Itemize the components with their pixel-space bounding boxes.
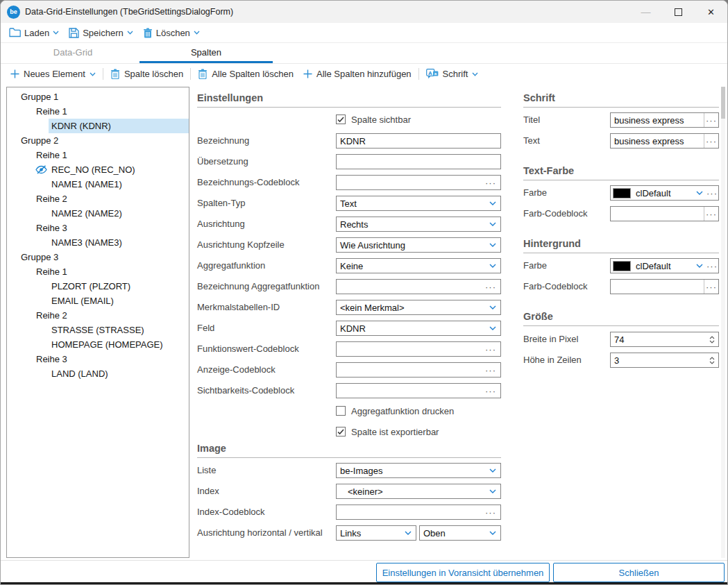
farb-codeblock-input[interactable]: ··· [610,206,719,221]
chevron-down-icon [485,217,500,231]
breite-in-pixel-spinner[interactable]: 74 [610,332,719,347]
ellipsis-button[interactable]: ··· [485,344,500,355]
anzeige-codeblock-input[interactable]: ··· [336,362,501,378]
ellipsis-button[interactable]: ··· [485,365,500,375]
tree-item[interactable]: Reihe 2 [7,192,189,206]
schrift-button[interactable]: Aa Schrift [421,66,484,83]
alle-spalten-hinzufuegen-button[interactable]: Alle Spalten hinzufügen [298,66,416,83]
funktionswert-codeblock-input[interactable]: ··· [336,341,501,357]
tree-item[interactable]: KDNR (KDNR) [7,119,189,133]
tree-item[interactable]: EMAIL (EMAIL) [7,294,189,308]
liste-combobox[interactable]: be-Images [336,463,501,478]
tree-item[interactable]: PLZORT (PLZORT) [7,279,189,294]
tree-item[interactable]: Gruppe 1 [7,90,189,104]
text-input[interactable]: business express··· [610,133,719,149]
tree-item[interactable]: Reihe 1 [7,104,189,119]
spinner-up-button[interactable] [709,336,715,339]
ellipsis-button[interactable]: ··· [485,178,500,188]
tree-item[interactable]: Reihe 1 [7,148,189,162]
aggregatfunktion-drucken-checkbox[interactable]: Aggregatfunktion drucken [336,405,454,416]
ausrichtung-kopfzeile-combobox[interactable]: Wie Ausrichtung [336,237,501,253]
tree-item[interactable]: REC_NO (REC_NO) [7,162,189,177]
schliessen-button[interactable]: Schließen [553,563,725,582]
field-label-aggregatfunktion: Aggregatfunktion [197,258,265,273]
tree-item[interactable]: Reihe 2 [7,308,189,323]
maximize-button[interactable] [662,1,695,23]
tree-item[interactable]: Reihe 1 [7,264,189,279]
ellipsis-button[interactable]: ··· [706,186,718,200]
sichtbarkeits-codeblock-input[interactable]: ··· [336,383,501,398]
trash-icon [143,28,153,38]
column-tree[interactable]: Gruppe 1Reihe 1KDNR (KDNR)Gruppe 2Reihe … [6,87,189,558]
farb-codeblock-input[interactable]: ··· [610,279,719,294]
laden-menu-button[interactable]: Laden [4,24,64,41]
neues-element-button[interactable]: Neues Element [6,66,101,83]
chevron-down-icon [194,31,200,35]
tab-spalten[interactable]: Spalten [139,43,273,63]
tree-item[interactable]: NAME3 (NAME3) [7,235,189,250]
tree-item[interactable]: Gruppe 3 [7,250,189,264]
tree-item[interactable]: STRASSE (STRASSE) [7,323,189,337]
ausrichtung-horizontal-vertikal-horizontal-combobox[interactable]: Links [336,525,416,541]
tree-item[interactable]: Reihe 3 [7,352,189,366]
file-toolbar: Laden Speichern Löschen [1,23,727,43]
vertical-scrollbar[interactable] [721,87,725,558]
tree-item[interactable]: Gruppe 2 [7,133,189,148]
field-label-farbe: Farbe [523,258,547,273]
tree-item[interactable]: Reihe 3 [7,221,189,235]
toolbar-separator [190,68,191,80]
tree-item[interactable]: NAME2 (NAME2) [7,206,189,221]
ellipsis-button[interactable]: ··· [704,280,718,294]
ellipsis-button[interactable]: ··· [485,386,500,396]
ellipsis-button[interactable]: ··· [485,507,500,518]
spalten-typ-combobox[interactable]: Text [336,196,501,211]
index-combobox[interactable]: <keiner> [336,484,501,499]
speichern-menu-button[interactable]: Speichern [64,24,138,41]
aggregatfunktion-combobox[interactable]: Keine [336,258,501,273]
minimize-button[interactable]: — [629,1,662,23]
spinner-buttons[interactable] [706,332,718,346]
checkbox-box [336,406,346,416]
trash-icon [198,69,208,79]
chevron-down-icon [693,186,706,200]
merkmalstabellen-id-combobox[interactable]: <kein Merkmal> [336,300,501,315]
ellipsis-button[interactable]: ··· [704,113,718,127]
spalte-ist-exportierbar-checkbox[interactable]: Spalte ist exportierbar [336,426,439,437]
field-label-feld: Feld [197,321,214,336]
index-codeblock-input[interactable]: ··· [336,505,501,520]
bezeichnungs-codeblock-input[interactable]: ··· [336,175,501,190]
ubersetzung-input[interactable] [336,154,501,169]
spinner-down-button[interactable] [709,361,715,364]
tab-data-grid[interactable]: Data-Grid [6,43,139,63]
farbe-color-combobox[interactable]: clDefault··· [610,185,719,201]
field-label-ausrichtung-kopfzeile: Ausrichtung Kopfzeile [197,237,285,253]
close-button[interactable]: ✕ [695,1,727,23]
tree-item[interactable]: LAND (LAND) [7,366,189,381]
vertical-scrollbar-thumb[interactable] [721,87,725,119]
chevron-down-icon [485,196,500,210]
ausrichtung-horizontal-vertikal-vertical-combobox[interactable]: Oben [419,525,501,541]
feld-combobox[interactable]: KDNR [336,321,501,336]
tree-item[interactable]: HOMEPAGE (HOMEPAGE) [7,337,189,352]
tree-item[interactable]: NAME1 (NAME1) [7,177,189,192]
spinner-buttons[interactable] [706,353,718,367]
apply-to-preview-button[interactable]: Einstellungen in Voransicht übernehmen [376,563,550,582]
bezeichnung-input[interactable]: KDNR [336,133,501,149]
titlebar[interactable]: be Data-Grid-Einstellungen (TbeGridSetti… [1,1,727,23]
spinner-down-button[interactable] [709,340,715,344]
spalte-loeschen-button[interactable]: Spalte löschen [105,66,188,83]
ellipsis-button[interactable]: ··· [704,134,718,148]
bezeichnung-aggregatfunktion-input[interactable]: ··· [336,279,501,294]
ausrichtung-combobox[interactable]: Rechts [336,217,501,232]
field-label-breite-in-pixel: Breite in Pixel [523,332,578,347]
farbe-color-combobox[interactable]: clDefault··· [610,258,719,273]
spinner-up-button[interactable] [709,357,715,360]
ellipsis-button[interactable]: ··· [704,207,718,221]
titel-input[interactable]: business express··· [610,112,719,128]
loeschen-menu-button[interactable]: Löschen [138,24,205,41]
alle-spalten-loeschen-button[interactable]: Alle Spalten löschen [193,66,298,83]
ellipsis-button[interactable]: ··· [706,259,718,273]
spalte-sichtbar-checkbox[interactable]: Spalte sichtbar [336,114,411,125]
ellipsis-button[interactable]: ··· [485,282,500,292]
hohe-in-zeilen-spinner[interactable]: 3 [610,353,719,368]
